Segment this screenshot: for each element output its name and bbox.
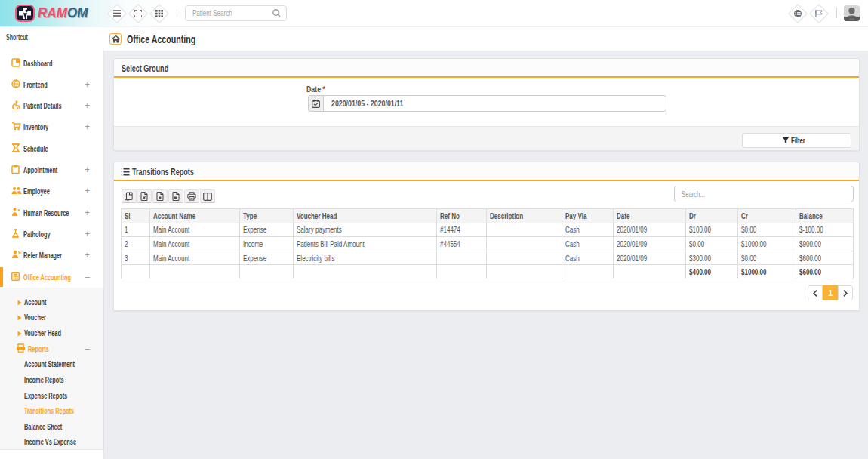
svg-text:MrN: MrN xyxy=(849,18,854,21)
